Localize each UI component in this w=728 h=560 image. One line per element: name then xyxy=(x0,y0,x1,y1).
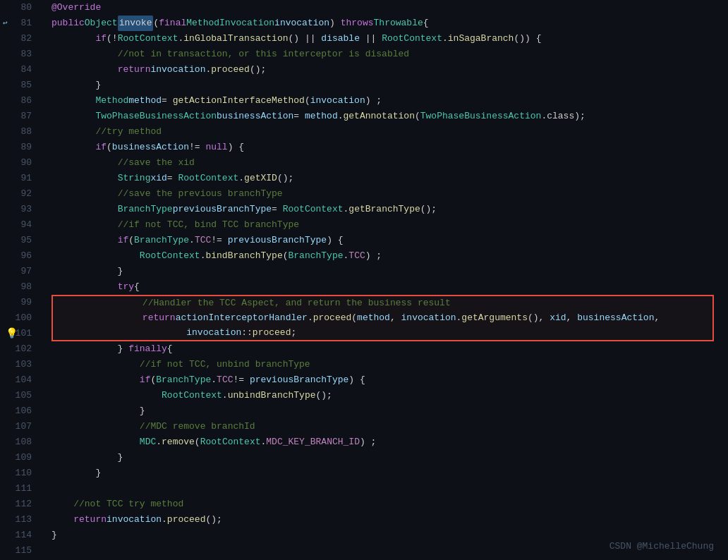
code-line-101: invocation::proceed ; xyxy=(51,326,714,341)
code-line-88: //try method xyxy=(51,124,728,140)
line-number-97: 97 xyxy=(0,264,37,279)
line-number-86: 86 xyxy=(0,93,37,109)
code-line-81: public Object invoke(final MethodInvocat… xyxy=(51,16,728,31)
code-line-96: RootContext.bindBranchType(BranchType.TC… xyxy=(51,248,728,264)
code-container: 80↩8182838485868788899091929394959697989… xyxy=(0,0,728,560)
code-line-93: BranchType previousBranchType = RootCont… xyxy=(51,202,728,217)
code-line-109: } xyxy=(51,450,728,465)
line-number-115: 115 xyxy=(0,543,37,559)
line-numbers: 80↩8182838485868788899091929394959697989… xyxy=(0,0,46,560)
code-line-98: try { xyxy=(51,279,728,295)
code-line-107: //MDC remove branchId xyxy=(51,419,728,434)
code-area[interactable]: @Overridepublic Object invoke(final Meth… xyxy=(46,0,728,560)
line-number-103: 103 xyxy=(0,357,37,372)
code-line-102: } finally { xyxy=(51,341,728,357)
code-line-108: MDC.remove(RootContext.MDC_KEY_BRANCH_ID… xyxy=(51,434,728,450)
line-number-90: 90 xyxy=(0,155,37,171)
line-number-80: 80 xyxy=(0,0,37,16)
code-line-91: String xid = RootContext.getXID(); xyxy=(51,171,728,186)
code-line-83: //not in transaction, or this intercepto… xyxy=(51,47,728,62)
line-number-99: 99 xyxy=(0,295,37,310)
line-number-84: 84 xyxy=(0,62,37,78)
code-line-105: RootContext.unbindBranchType(); xyxy=(51,388,728,403)
code-line-113: return invocation.proceed(); xyxy=(51,512,728,528)
line-number-111: 111 xyxy=(0,481,37,497)
code-line-104: if (BranchType.TCC != previousBranchType… xyxy=(51,372,728,388)
line-number-92: 92 xyxy=(0,186,37,202)
code-line-103: //if not TCC, unbind branchType xyxy=(51,357,728,372)
line-number-105: 105 xyxy=(0,388,37,403)
line-number-98: 98 xyxy=(0,279,37,295)
line-number-85: 85 xyxy=(0,78,37,93)
code-line-92: //save the previous branchType xyxy=(51,186,728,202)
code-line-111 xyxy=(51,481,728,497)
line-number-100: 100 xyxy=(0,310,37,326)
code-line-86: Method method = getActionInterfaceMethod… xyxy=(51,93,728,109)
code-line-85: } xyxy=(51,78,728,93)
line-number-96: 96 xyxy=(0,248,37,264)
code-line-97: } xyxy=(51,264,728,279)
code-line-87: TwoPhaseBusinessAction businessAction = … xyxy=(51,109,728,124)
line-number-82: 82 xyxy=(0,31,37,47)
code-line-110: } xyxy=(51,465,728,481)
line-number-112: 112 xyxy=(0,497,37,512)
code-line-90: //save the xid xyxy=(51,155,728,171)
line-number-101: 💡101 xyxy=(0,326,37,341)
line-number-87: 87 xyxy=(0,109,37,124)
line-number-108: 108 xyxy=(0,434,37,450)
code-line-112: //not TCC try method xyxy=(51,497,728,512)
line-number-93: 93 xyxy=(0,202,37,217)
line-number-114: 114 xyxy=(0,528,37,543)
line-number-107: 107 xyxy=(0,419,37,434)
line-number-88: 88 xyxy=(0,124,37,140)
code-line-100: return actionInterceptorHandler.proceed(… xyxy=(51,310,714,326)
line-number-104: 104 xyxy=(0,372,37,388)
line-number-110: 110 xyxy=(0,465,37,481)
line-number-106: 106 xyxy=(0,403,37,419)
line-number-94: 94 xyxy=(0,217,37,233)
line-number-83: 83 xyxy=(0,47,37,62)
line-number-113: 113 xyxy=(0,512,37,528)
code-line-106: } xyxy=(51,403,728,419)
line-number-89: 89 xyxy=(0,140,37,155)
line-number-81: ↩81 xyxy=(0,16,37,31)
line-number-102: 102 xyxy=(0,341,37,357)
line-number-109: 109 xyxy=(0,450,37,465)
code-line-89: if (businessAction != null) { xyxy=(51,140,728,155)
code-line-82: if (!RootContext.inGlobalTransaction() |… xyxy=(51,31,728,47)
watermark: CSDN @MichelleChung xyxy=(609,541,714,552)
code-line-95: if (BranchType.TCC != previousBranchType… xyxy=(51,233,728,248)
line-number-91: 91 xyxy=(0,171,37,186)
code-line-80: @Override xyxy=(51,0,728,16)
code-line-99: //Handler the TCC Aspect, and return the… xyxy=(51,295,714,310)
code-line-94: //if not TCC, bind TCC branchType xyxy=(51,217,728,233)
code-line-84: return invocation.proceed(); xyxy=(51,62,728,78)
line-number-95: 95 xyxy=(0,233,37,248)
